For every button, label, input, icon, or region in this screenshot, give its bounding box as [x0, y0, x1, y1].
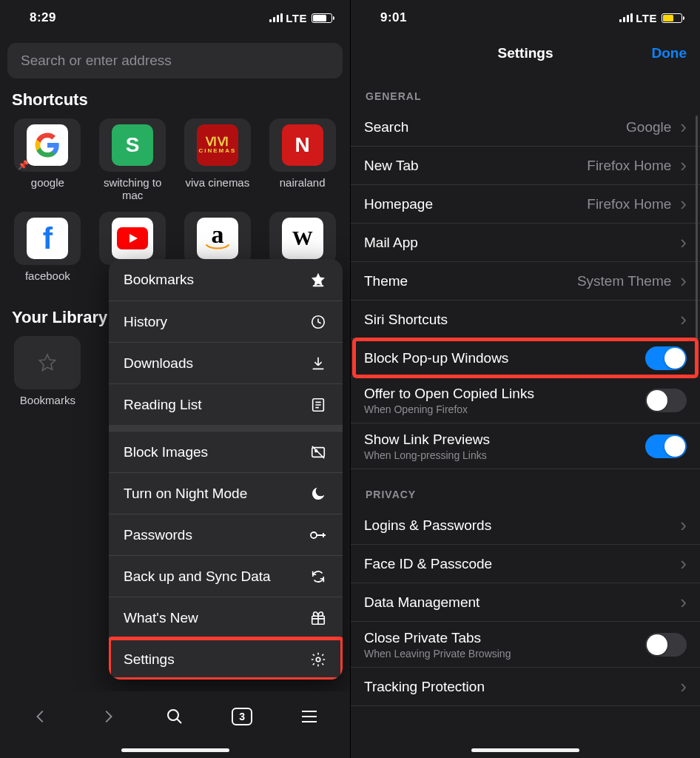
toggle-switch[interactable]	[645, 435, 687, 458]
amazon-icon: a	[197, 218, 238, 259]
setting-row-close-private-tabs[interactable]: Close Private TabsWhen Leaving Private B…	[351, 622, 700, 668]
setting-label: Block Pop-up Windows	[364, 350, 508, 366]
setting-sublabel: When Opening Firefox	[364, 403, 534, 415]
n-icon: N	[282, 124, 323, 166]
setting-row-logins-passwords[interactable]: Logins & Passwords›	[351, 506, 700, 545]
shortcuts-header: Shortcuts	[12, 90, 343, 110]
svg-point-6	[311, 532, 317, 538]
signal-icon	[269, 13, 283, 22]
signal-icon	[619, 13, 633, 22]
setting-label: Search	[364, 119, 408, 135]
s-icon: S	[112, 124, 153, 166]
back-button[interactable]	[25, 705, 56, 728]
menu-item-back-up-and-sync-data[interactable]: Back up and Sync Data	[109, 555, 343, 597]
key-icon	[309, 530, 328, 540]
menu-item-bookmarks[interactable]: Bookmarks	[109, 259, 343, 301]
setting-row-homepage[interactable]: HomepageFirefox Home›	[351, 185, 700, 224]
chevron-right-icon: ›	[680, 154, 687, 177]
shortcut-viva-cinemas[interactable]: ⅥⅥCINEMAS viva cinemas	[178, 114, 258, 203]
menu-item-settings[interactable]: Settings	[109, 638, 343, 680]
library-bookmarks[interactable]: Bookmarks	[7, 332, 88, 420]
nav-title: Settings	[498, 45, 553, 61]
star-icon	[309, 272, 328, 288]
chevron-right-icon: ›	[680, 675, 687, 698]
menu-item-turn-on-night-mode[interactable]: Turn on Night Mode	[109, 472, 343, 514]
search-button[interactable]	[159, 705, 190, 728]
setting-label: Offer to Open Copied Links	[364, 386, 534, 402]
settings-list[interactable]: GENERALSearchGoogle›New TabFirefox Home›…	[351, 71, 700, 758]
setting-row-new-tab[interactable]: New TabFirefox Home›	[351, 147, 700, 185]
wikipedia-icon: W	[282, 218, 323, 259]
setting-row-show-link-previews[interactable]: Show Link PreviewsWhen Long-pressing Lin…	[351, 423, 700, 469]
menu-button[interactable]	[294, 705, 325, 728]
phone-settings-screen: 9:01 LTE Settings Done GENERALSearchGoog…	[350, 0, 700, 758]
tabs-button[interactable]: 3	[226, 705, 258, 728]
scroll-indicator	[696, 115, 698, 352]
menu-item-block-images[interactable]: Block Images	[109, 431, 343, 472]
address-bar[interactable]: Search or enter address	[7, 43, 343, 78]
svg-point-9	[168, 710, 178, 720]
shortcut-facebook[interactable]: f facebook	[7, 207, 88, 296]
setting-value: Firefox Home	[587, 196, 671, 212]
menu-item-reading-list[interactable]: Reading List	[109, 383, 343, 425]
setting-row-tracking-protection[interactable]: Tracking Protection›	[351, 668, 700, 706]
setting-label: Homepage	[364, 196, 433, 212]
setting-row-theme[interactable]: ThemeSystem Theme›	[351, 262, 700, 301]
chevron-right-icon: ›	[680, 231, 687, 254]
chevron-right-icon: ›	[680, 269, 687, 292]
done-button[interactable]: Done	[652, 45, 687, 61]
section-header-privacy: PRIVACY	[351, 469, 700, 506]
section-header-general: GENERAL	[351, 71, 700, 108]
shortcut-google[interactable]: 📌 google	[7, 114, 88, 203]
chevron-right-icon: ›	[680, 115, 687, 138]
setting-row-block-pop-up-windows[interactable]: Block Pop-up Windows	[351, 339, 700, 378]
status-bar: 8:29 LTE	[0, 0, 350, 36]
setting-value: Google	[626, 119, 671, 135]
chevron-right-icon: ›	[680, 591, 687, 614]
setting-value: System Theme	[577, 273, 671, 289]
setting-label: Theme	[364, 273, 408, 289]
status-time: 8:29	[30, 10, 56, 25]
setting-row-data-management[interactable]: Data Management›	[351, 583, 700, 622]
shortcut-label: viva cinemas	[186, 176, 250, 203]
toggle-switch[interactable]	[645, 389, 687, 412]
menu-item-history[interactable]: History	[109, 301, 343, 342]
menu-item-label: Settings	[124, 651, 175, 668]
setting-row-search[interactable]: SearchGoogle›	[351, 108, 700, 147]
menu-item-label: Block Images	[124, 444, 208, 460]
setting-label: Show Link Previews	[364, 432, 490, 448]
network-label: LTE	[636, 12, 657, 24]
home-indicator	[121, 748, 229, 752]
noimage-icon	[309, 444, 328, 460]
setting-sublabel: When Leaving Private Browsing	[364, 648, 511, 660]
download-icon	[309, 355, 328, 372]
setting-label: Close Private Tabs	[364, 630, 511, 646]
toggle-switch[interactable]	[645, 633, 687, 657]
setting-row-mail-app[interactable]: Mail App›	[351, 224, 700, 262]
clock-icon	[309, 314, 328, 330]
setting-row-offer-to-open-copied-links[interactable]: Offer to Open Copied LinksWhen Opening F…	[351, 378, 700, 423]
setting-label: Face ID & Passcode	[364, 556, 492, 572]
setting-label: Siri Shortcuts	[364, 312, 448, 328]
shortcut-label: nairaland	[280, 176, 326, 203]
shortcut-nairaland[interactable]: N nairaland	[262, 114, 343, 203]
chevron-right-icon: ›	[680, 514, 687, 537]
google-icon	[27, 124, 68, 166]
nav-bar: Settings Done	[351, 36, 700, 71]
menu-item-downloads[interactable]: Downloads	[109, 342, 343, 383]
home-indicator	[471, 748, 579, 752]
facebook-icon: f	[27, 218, 68, 259]
setting-row-face-id-passcode[interactable]: Face ID & Passcode›	[351, 545, 700, 583]
menu-item-passwords[interactable]: Passwords	[109, 514, 343, 555]
menu-item-label: Reading List	[124, 397, 202, 413]
chevron-right-icon: ›	[680, 192, 687, 215]
toggle-switch[interactable]	[645, 346, 687, 370]
setting-row-siri-shortcuts[interactable]: Siri Shortcuts›	[351, 301, 700, 339]
menu-item-what-s-new[interactable]: What's New	[109, 597, 343, 638]
shortcut-switching-to-mac[interactable]: S switching to mac	[92, 114, 173, 203]
search-placeholder: Search or enter address	[21, 53, 172, 69]
battery-icon	[312, 13, 332, 23]
gift-icon	[309, 610, 328, 626]
forward-button[interactable]	[92, 705, 124, 728]
viva-icon: ⅥⅥCINEMAS	[197, 124, 238, 166]
